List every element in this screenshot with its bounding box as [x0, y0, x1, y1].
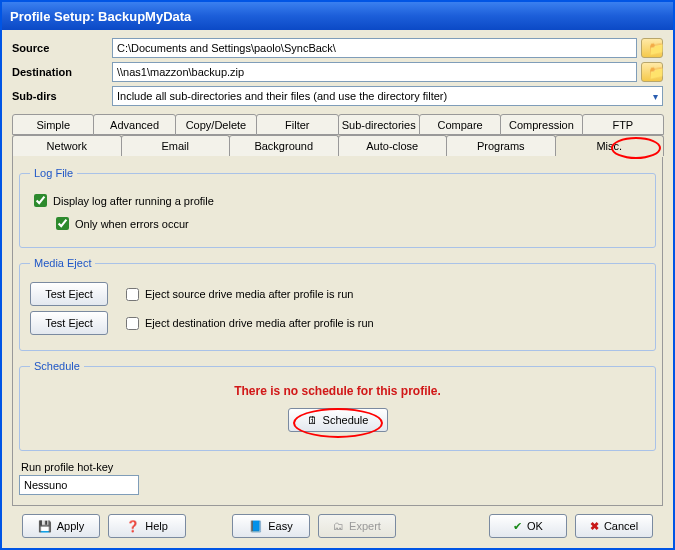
calendar-icon: 🗓: [307, 415, 318, 426]
cancel-label: Cancel: [604, 520, 638, 532]
test-eject-dest-button[interactable]: Test Eject: [30, 311, 108, 335]
tab-copy-delete[interactable]: Copy/Delete: [175, 114, 257, 135]
logfile-group: Log File Display log after running a pro…: [19, 167, 656, 248]
tab-simple[interactable]: Simple: [12, 114, 94, 135]
destination-browse-button[interactable]: 📁: [641, 62, 663, 82]
tab-misc-[interactable]: Misc.: [555, 135, 665, 156]
easy-button[interactable]: 📘 Easy: [232, 514, 310, 538]
apply-button[interactable]: 💾 Apply: [22, 514, 100, 538]
source-input[interactable]: [112, 38, 637, 58]
hotkey-input[interactable]: [19, 475, 139, 495]
floppy-icon: 💾: [38, 521, 52, 532]
schedule-legend: Schedule: [30, 360, 84, 372]
apply-label: Apply: [57, 520, 85, 532]
expert-button: 🗂 Expert: [318, 514, 396, 538]
tab-network[interactable]: Network: [12, 135, 122, 156]
eject-source-label[interactable]: Eject source drive media after profile i…: [145, 288, 353, 300]
tab-background[interactable]: Background: [229, 135, 339, 156]
tab-email[interactable]: Email: [121, 135, 231, 156]
schedule-message: There is no schedule for this profile.: [30, 384, 645, 398]
source-label: Source: [12, 42, 112, 54]
logfile-legend: Log File: [30, 167, 77, 179]
tab-programs[interactable]: Programs: [446, 135, 556, 156]
help-label: Help: [145, 520, 168, 532]
easy-icon: 📘: [249, 521, 263, 532]
hotkey-label: Run profile hot-key: [21, 461, 656, 473]
folder-icon: 📁: [648, 66, 665, 79]
close-icon: ✖: [590, 521, 599, 532]
help-button[interactable]: ❓ Help: [108, 514, 186, 538]
display-log-checkbox[interactable]: [34, 194, 47, 207]
eject-dest-checkbox[interactable]: [126, 317, 139, 330]
subdirs-select[interactable]: Include all sub-directories and their fi…: [112, 86, 663, 106]
tab-ftp[interactable]: FTP: [582, 114, 664, 135]
test-eject-source-button[interactable]: Test Eject: [30, 282, 108, 306]
tab-sub-directories[interactable]: Sub-directories: [338, 114, 420, 135]
media-eject-group: Media Eject Test Eject Eject source driv…: [19, 257, 656, 351]
source-browse-button[interactable]: 📁: [641, 38, 663, 58]
titlebar: Profile Setup: BackupMyData: [2, 2, 673, 30]
media-eject-legend: Media Eject: [30, 257, 95, 269]
subdirs-label: Sub-dirs: [12, 90, 112, 102]
expert-icon: 🗂: [333, 521, 344, 532]
window-title: Profile Setup: BackupMyData: [10, 9, 191, 24]
schedule-button[interactable]: 🗓 Schedule: [288, 408, 388, 432]
tab-auto-close[interactable]: Auto-close: [338, 135, 448, 156]
subdirs-value: Include all sub-directories and their fi…: [117, 90, 447, 102]
tab-compression[interactable]: Compression: [500, 114, 582, 135]
easy-label: Easy: [268, 520, 292, 532]
destination-label: Destination: [12, 66, 112, 78]
help-icon: ❓: [126, 521, 140, 532]
only-errors-label[interactable]: Only when errors occur: [75, 218, 189, 230]
folder-icon: 📁: [648, 42, 665, 55]
tab-filter[interactable]: Filter: [256, 114, 338, 135]
ok-button[interactable]: ✔ OK: [489, 514, 567, 538]
eject-source-checkbox[interactable]: [126, 288, 139, 301]
schedule-group: Schedule There is no schedule for this p…: [19, 360, 656, 451]
only-errors-checkbox[interactable]: [56, 217, 69, 230]
tab-advanced[interactable]: Advanced: [93, 114, 175, 135]
chevron-down-icon: ▾: [653, 91, 658, 102]
ok-label: OK: [527, 520, 543, 532]
cancel-button[interactable]: ✖ Cancel: [575, 514, 653, 538]
display-log-label[interactable]: Display log after running a profile: [53, 195, 214, 207]
destination-input[interactable]: [112, 62, 637, 82]
schedule-button-label: Schedule: [323, 414, 369, 426]
expert-label: Expert: [349, 520, 381, 532]
eject-dest-label[interactable]: Eject destination drive media after prof…: [145, 317, 374, 329]
check-icon: ✔: [513, 521, 522, 532]
tab-compare-options[interactable]: Compare Options: [419, 114, 501, 135]
